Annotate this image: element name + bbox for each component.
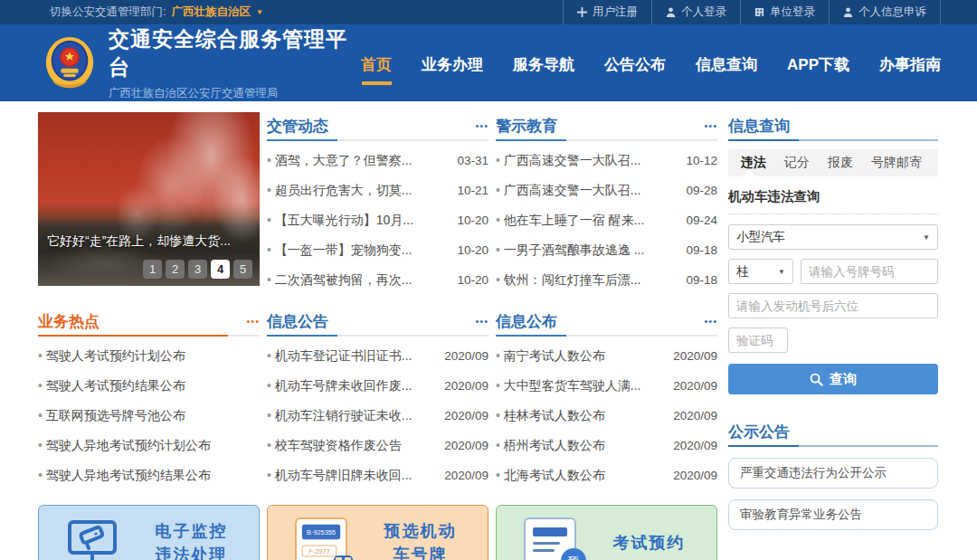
section-title: 交管动态	[267, 116, 328, 137]
news-title: 梧州考试人数公布	[496, 438, 605, 454]
carousel-caption[interactable]: 它好好“走”在路上，却惨遭大货...	[47, 233, 231, 250]
nav-service-guide[interactable]: 服务导航	[513, 54, 574, 75]
license-plate-car-icon: B·925355 F-2977	[282, 517, 360, 560]
register-link[interactable]: 用户注册	[563, 0, 651, 24]
list-item[interactable]: 大中型客货车驾驶人满...2020/09	[496, 371, 717, 401]
more-icon[interactable]: •••	[246, 316, 260, 327]
list-item[interactable]: 他在车上睡了一宿 醒来...09-24	[496, 205, 717, 235]
tab-violation[interactable]: 违法	[732, 155, 775, 171]
plate-number-input[interactable]	[801, 259, 938, 284]
news-date: 10-20	[457, 243, 488, 257]
query-button-label: 查询	[830, 371, 857, 388]
more-icon[interactable]: •••	[475, 316, 488, 327]
list-item[interactable]: 机动车号牌未收回作废...2020/09	[267, 371, 488, 401]
news-date: 09-28	[686, 184, 717, 197]
news-title: 驾驶人考试预约计划公布	[38, 348, 185, 365]
list-item[interactable]: 超员出行危害大，切莫...10-21	[267, 176, 488, 205]
more-icon[interactable]: •••	[475, 120, 488, 131]
carousel-dot-4[interactable]: 4	[211, 260, 230, 279]
list-item[interactable]: 钦州：闯红灯撞车后漂...09-18	[496, 265, 717, 295]
tab-plate-mail[interactable]: 号牌邮寄	[862, 155, 931, 171]
more-icon[interactable]: •••	[704, 316, 717, 327]
section-title: 警示教育	[496, 116, 557, 137]
list-item[interactable]: 一男子酒驾酿事故逃逸 ...09-18	[496, 235, 717, 265]
list-item[interactable]: 机动车注销行驶证未收...2020/09	[267, 401, 488, 431]
carousel-dot-3[interactable]: 3	[188, 260, 207, 279]
nav-home[interactable]: 首页	[361, 54, 392, 75]
banner-exam-booking[interactable]: 预 考试预约	[496, 505, 717, 560]
banner-surveillance-violation[interactable]: 电子监控 违法处理	[38, 505, 260, 560]
province-select[interactable]: 桂 ▼	[728, 259, 793, 284]
list-item[interactable]: 南宁考试人数公布2020/09	[496, 341, 717, 371]
news-carousel[interactable]: 它好好“走”在路上，却惨遭大货... 1 2 3 4 5	[38, 112, 260, 286]
tab-scrap[interactable]: 报废	[819, 155, 862, 171]
region-switcher[interactable]: 切换公安交通管理部门: 广西壮族自治区 ▼	[50, 5, 263, 20]
list-item[interactable]: 机动车登记证书旧证书...2020/09	[267, 341, 488, 371]
section-divider	[38, 335, 260, 337]
announcement-link-violations[interactable]: 严重交通违法行为公开公示	[728, 458, 938, 489]
captcha-input[interactable]	[728, 327, 788, 353]
announcement-link-audit[interactable]: 审验教育异常业务公告	[728, 499, 938, 530]
chevron-down-icon: ▼	[778, 268, 785, 276]
list-item[interactable]: 驾驶人异地考试预约计划公布	[38, 431, 260, 460]
list-item[interactable]: 驾驶人异地考试预约结果公布	[38, 460, 260, 490]
personal-login-label: 个人登录	[681, 5, 726, 20]
page-content: 它好好“走”在路上，却惨遭大货... 1 2 3 4 5 交管动态 ••• 酒驾…	[0, 101, 977, 560]
list-item[interactable]: 【五大曝光行动】10月...10-20	[267, 205, 488, 235]
list-item[interactable]: 北海考试人数公布2020/09	[496, 460, 717, 490]
news-title: 机动车号牌旧牌未收回...	[267, 468, 412, 484]
news-date: 03-31	[457, 154, 488, 167]
banner-plate-preselection[interactable]: B·925355 F-2977 预选机动 车号牌	[267, 505, 488, 560]
query-button[interactable]: 查询	[728, 364, 938, 394]
list-item[interactable]: 驾驶人考试预约计划公布	[38, 341, 260, 371]
nav-business[interactable]: 业务办理	[422, 54, 483, 75]
news-date: 10-12	[686, 154, 717, 167]
region-switch-label: 切换公安交通管理部门:	[50, 5, 166, 20]
carousel-dot-2[interactable]: 2	[166, 260, 185, 279]
top-utility-bar: 切换公安交通管理部门: 广西壮族自治区 ▼ 用户注册 个人登录 单位登录 个人信…	[0, 0, 977, 24]
list-item[interactable]: 【一盔一带】宠物狗变...10-20	[267, 235, 488, 265]
list-item[interactable]: 校车驾驶资格作废公告2020/09	[267, 431, 488, 460]
list-item[interactable]: 驾驶人考试预约结果公布	[38, 371, 260, 401]
list-item[interactable]: 梧州考试人数公布2020/09	[496, 431, 717, 460]
more-icon[interactable]: •••	[704, 120, 717, 131]
list-item[interactable]: 酒驾，大意了？但警察...03-31	[267, 146, 488, 176]
news-title: 广西高速交警一大队召...	[496, 183, 640, 199]
news-title: 互联网预选号牌号池公布	[38, 408, 185, 424]
banner-line2: 车号牌	[360, 543, 480, 560]
news-title: 超员出行危害大，切莫...	[267, 183, 412, 199]
list-item[interactable]: 广西高速交警一大队召...09-28	[496, 176, 717, 205]
unit-login-label: 单位登录	[770, 5, 815, 20]
news-date: 10-21	[457, 184, 488, 197]
nav-help-guide[interactable]: 办事指南	[879, 54, 941, 75]
list-item[interactable]: 桂林考试人数公布2020/09	[496, 401, 717, 431]
carousel-dot-1[interactable]: 1	[143, 260, 162, 279]
engine-number-input[interactable]	[728, 293, 938, 318]
tools-section-title: 便民工具	[728, 557, 790, 560]
site-title-block: 交通安全综合服务管理平台 广西壮族自治区公安厅交通管理局	[109, 25, 361, 101]
chevron-down-icon: ▼	[256, 8, 263, 16]
search-icon	[810, 373, 823, 386]
main-column: 它好好“走”在路上，却惨遭大货... 1 2 3 4 5 交管动态 ••• 酒驾…	[38, 112, 717, 560]
nav-info-query[interactable]: 信息查询	[696, 54, 757, 75]
carousel-dot-5[interactable]: 5	[233, 260, 252, 279]
news-title: 驾驶人考试预约结果公布	[38, 378, 185, 394]
list-item[interactable]: 二次酒驾被拘留，再次...10-20	[267, 265, 488, 295]
list-item[interactable]: 机动车号牌旧牌未收回...2020/09	[267, 460, 488, 490]
news-date: 09-18	[686, 243, 717, 257]
right-sidebar: 信息查询 违法 记分 报废 号牌邮寄 机动车违法查询 小型汽车 ▼ 桂 ▼	[728, 112, 938, 560]
news-title: 南宁考试人数公布	[496, 348, 605, 365]
nav-app-download[interactable]: APP下载	[787, 54, 849, 75]
info-appeal-link[interactable]: 个人信息申诉	[829, 0, 941, 24]
personal-login-link[interactable]: 个人登录	[651, 0, 740, 24]
banner-label: 预选机动 车号牌	[360, 519, 480, 560]
list-item[interactable]: 互联网预选号牌号池公布	[38, 401, 260, 431]
news-title: 一男子酒驾酿事故逃逸 ...	[496, 242, 644, 259]
nav-announcements[interactable]: 公告公布	[604, 54, 666, 75]
vehicle-type-select[interactable]: 小型汽车 ▼	[728, 224, 938, 250]
unit-login-link[interactable]: 单位登录	[740, 0, 829, 24]
section-title: 信息公告	[267, 311, 328, 332]
banner-line2: 违法处理	[131, 543, 251, 560]
list-item[interactable]: 广西高速交警一大队召...10-12	[496, 146, 717, 176]
tab-points[interactable]: 记分	[775, 155, 819, 171]
